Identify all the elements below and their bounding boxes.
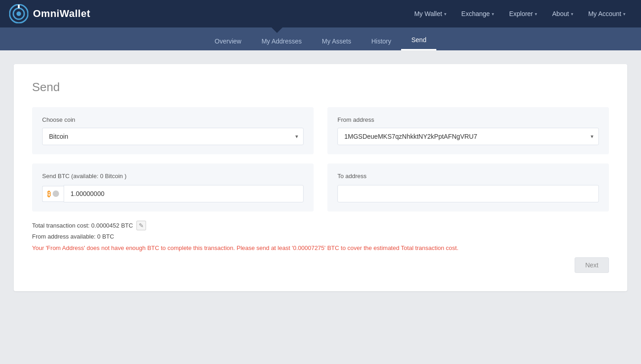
send-card: Send Choose coin Bitcoin ▾ From address … [14,64,627,291]
error-message: Your 'From Address' does not have enough… [32,244,609,253]
from-address-available-label: From address available: 0 BTC [32,233,114,240]
transaction-cost-row: Total transaction cost: 0.0000452 BTC ✎ [32,221,609,230]
send-btc-section: Send BTC (available: 0 Bitcoin ) ₿ [32,163,314,212]
bitcoin-icon: ₿ [47,190,51,198]
nav-item-wallet[interactable]: My Wallet ▾ [408,6,453,21]
error-next-row: Your 'From Address' does not have enough… [32,244,609,273]
transaction-cost-label: Total transaction cost: 0.0000452 BTC [32,222,133,229]
svg-rect-3 [18,5,20,8]
coin-address-row: Choose coin Bitcoin ▾ From address 1MGSD… [32,107,609,154]
logo-area: OmniWallet [9,4,408,23]
choose-coin-select[interactable]: Bitcoin [42,128,304,145]
tab-my-assets[interactable]: My Assets [312,32,361,50]
next-button[interactable]: Next [575,257,609,273]
to-address-label: To address [337,173,599,179]
svg-point-2 [16,11,21,16]
chevron-down-icon: ▾ [535,11,537,16]
from-address-available-row: From address available: 0 BTC [32,233,609,240]
from-address-section: From address 1MGSDeueMKS7qzNhkktNY2kPptA… [327,107,609,154]
tab-history[interactable]: History [361,32,402,50]
btc-icon-button[interactable]: ₿ [42,186,64,202]
send-input-wrapper: ₿ [42,185,304,202]
logo-text: OmniWallet [33,8,90,20]
tab-send[interactable]: Send [401,31,436,50]
chevron-down-icon: ▾ [571,11,573,16]
choose-coin-label: Choose coin [42,116,304,123]
nav-item-explorer[interactable]: Explorer ▾ [503,6,543,21]
chevron-down-icon: ▾ [623,11,625,16]
from-address-wrapper: 1MGSDeueMKS7qzNhkktNY2kPptAFNgVRU7 ▾ [337,128,599,145]
toggle-icon [53,190,59,197]
choose-coin-section: Choose coin Bitcoin ▾ [32,107,314,154]
from-address-label: From address [337,116,599,123]
main-content: Send Choose coin Bitcoin ▾ From address … [0,50,641,305]
choose-coin-wrapper: Bitcoin ▾ [42,128,304,145]
tab-my-addresses[interactable]: My Addresses [251,32,312,50]
nav-item-account[interactable]: My Account ▾ [582,6,632,21]
nav-item-exchange[interactable]: Exchange ▾ [455,6,500,21]
page-title: Send [32,80,609,94]
to-address-input[interactable] [337,185,599,202]
send-btc-label: Send BTC (available: 0 Bitcoin ) [42,173,304,179]
sub-nav: Overview My Addresses My Assets History … [0,27,641,50]
logo-icon [9,4,28,23]
nav-item-about[interactable]: About ▾ [546,6,580,21]
to-address-section: To address [327,163,609,212]
amount-input[interactable] [64,185,304,202]
top-nav: OmniWallet My Wallet ▾ Exchange ▾ Explor… [0,0,641,27]
tab-overview[interactable]: Overview [205,32,251,50]
nav-links: My Wallet ▾ Exchange ▾ Explorer ▾ About … [408,6,632,21]
edit-icon[interactable]: ✎ [136,221,146,230]
chevron-down-icon: ▾ [444,11,446,16]
chevron-down-icon: ▾ [492,11,494,16]
send-to-row: Send BTC (available: 0 Bitcoin ) ₿ To ad… [32,163,609,212]
from-address-select[interactable]: 1MGSDeueMKS7qzNhkktNY2kPptAFNgVRU7 [337,128,599,145]
